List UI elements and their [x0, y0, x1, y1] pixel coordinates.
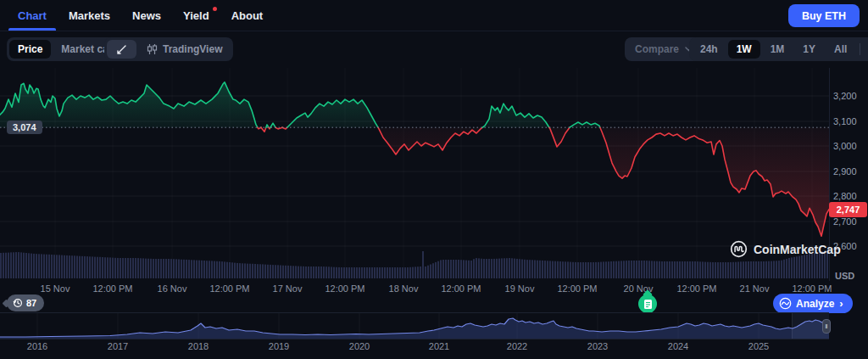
- time-axis-label: 12:00 PM: [676, 283, 716, 294]
- line-chart-icon: [115, 43, 128, 56]
- range-all[interactable]: All: [826, 40, 855, 59]
- price-axis-label: 2,700: [833, 216, 857, 227]
- nav-item-label: Markets: [69, 9, 110, 22]
- log-scale-toggle[interactable]: Log: [865, 40, 868, 59]
- range-1y[interactable]: 1Y: [794, 40, 824, 59]
- time-axis-label: 17 Nov: [273, 283, 303, 294]
- navigator-svg: [0, 313, 829, 339]
- unit-label: USD: [835, 271, 854, 281]
- candles-icon: [147, 43, 158, 55]
- current-price-badge: 2,747: [829, 202, 867, 217]
- divider: [860, 43, 860, 55]
- nav-item-markets[interactable]: Markets: [58, 0, 121, 31]
- nav-item-label: News: [132, 9, 161, 22]
- time-axis: 15 Nov12:00 PM16 Nov12:00 PM17 Nov12:00 …: [0, 281, 829, 298]
- time-axis-label: 12:00 PM: [441, 283, 481, 294]
- price-axis-label: 2,800: [833, 191, 857, 201]
- history-count-label: 87: [26, 298, 36, 308]
- nav-item-yield[interactable]: Yield: [172, 0, 220, 31]
- tradingview-toggle[interactable]: TradingView: [138, 40, 231, 59]
- time-axis-label: 19 Nov: [505, 283, 535, 294]
- price-chart-surface[interactable]: [0, 68, 829, 280]
- time-axis-label: 21 Nov: [740, 283, 770, 294]
- nav-item-label: About: [231, 9, 264, 22]
- price-chart-svg: [0, 68, 829, 280]
- year-axis-label: 2017: [108, 341, 128, 351]
- price-axis-label: 2,900: [833, 166, 857, 177]
- range-selector: 24h 1W 1M 1Y All Log: [689, 37, 868, 61]
- nav-item-label: Yield: [183, 9, 209, 22]
- price-axis-label: 3,000: [833, 141, 857, 151]
- news-event-marker[interactable]: [638, 294, 657, 313]
- chart-type-toggle: TradingView: [104, 37, 233, 61]
- time-axis-label: 12:00 PM: [325, 283, 364, 294]
- year-axis-label: 2019: [269, 341, 289, 351]
- document-icon: [643, 299, 653, 310]
- time-axis-label: 15 Nov: [41, 283, 70, 294]
- year-axis: 2016201720182019202020212022202320242025: [0, 341, 868, 355]
- time-axis-label: 12:00 PM: [209, 283, 249, 294]
- analyze-button[interactable]: Analyze ›: [773, 294, 853, 313]
- chart-page: Chart Markets News Yield About Buy ETH P…: [0, 0, 868, 359]
- range-1w[interactable]: 1W: [728, 40, 760, 59]
- timeline-navigator[interactable]: ‖: [0, 312, 829, 339]
- baseline-price-label: 3,074: [7, 121, 42, 134]
- year-axis-label: 2022: [507, 341, 527, 351]
- tradingview-label: TradingView: [163, 43, 222, 55]
- watermark-label: CoinMarketCap: [754, 243, 841, 256]
- navigator-handle[interactable]: ‖: [822, 319, 831, 334]
- range-1m[interactable]: 1M: [762, 40, 793, 59]
- nav-item-label: Chart: [18, 9, 47, 22]
- time-axis-label: 16 Nov: [158, 283, 187, 294]
- time-axis-label: 12:00 PM: [92, 283, 132, 294]
- compare-label: Compare: [635, 43, 679, 55]
- range-24h[interactable]: 24h: [692, 40, 726, 59]
- nav-item-chart[interactable]: Chart: [7, 0, 58, 31]
- analyze-pulse-icon: [779, 297, 792, 310]
- history-clock-icon: [13, 298, 23, 308]
- analyze-label: Analyze: [796, 298, 834, 310]
- history-count-button[interactable]: 87: [7, 294, 44, 311]
- chevron-right-icon: ›: [839, 297, 843, 310]
- watermark: CoinMarketCap: [730, 240, 841, 258]
- year-axis-label: 2021: [429, 341, 449, 351]
- year-axis-label: 2016: [27, 341, 47, 351]
- nav-tabs: Chart Markets News Yield About: [0, 0, 274, 31]
- buy-eth-button[interactable]: Buy ETH: [788, 4, 860, 27]
- price-axis-label: 3,100: [833, 116, 857, 126]
- year-axis-label: 2024: [668, 341, 688, 351]
- header-nav: Chart Markets News Yield About Buy ETH: [0, 0, 868, 31]
- nav-item-news[interactable]: News: [121, 0, 172, 31]
- time-axis-label: 12:00 PM: [557, 283, 597, 294]
- nav-item-about[interactable]: About: [220, 0, 275, 31]
- year-axis-label: 2023: [587, 341, 608, 351]
- line-chart-type-button[interactable]: [107, 40, 136, 59]
- chart-toolbar: Price Market cap TradingView Compare 24h…: [0, 31, 868, 67]
- year-axis-label: 2025: [748, 341, 769, 351]
- year-axis-label: 2018: [188, 341, 209, 351]
- year-axis-label: 2020: [349, 341, 370, 351]
- new-badge-dot: [213, 7, 217, 11]
- coinmarketcap-logo-icon: [730, 240, 748, 258]
- time-axis-label: 12:00 PM: [792, 283, 832, 294]
- price-axis-label: 3,200: [833, 91, 857, 101]
- time-axis-label: 18 Nov: [389, 283, 419, 294]
- price-tab[interactable]: Price: [9, 40, 51, 59]
